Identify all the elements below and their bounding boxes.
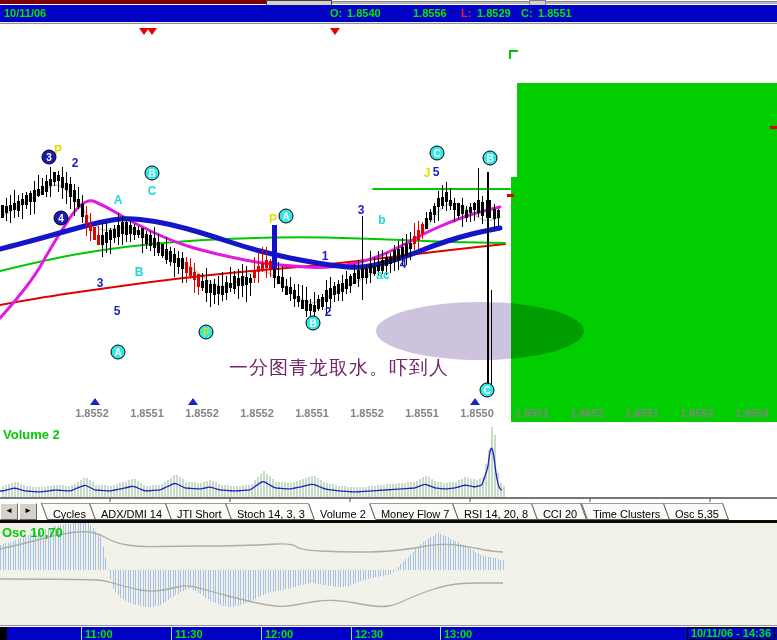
price-axis-label: 1.8552 — [75, 407, 109, 419]
price-axis-label: 1.8551 — [130, 407, 164, 419]
chart-annotation-letter: 4 — [400, 257, 407, 271]
chart-annotation-letter: P — [269, 212, 277, 226]
price-axis-label: 1.8552 — [240, 407, 274, 419]
red-tick-mark — [770, 126, 777, 129]
tab-label: ADX/DMI 14 — [101, 507, 162, 521]
volume-bars — [2, 427, 505, 497]
chart-annotation-letter: 2 — [72, 156, 79, 170]
close-value: 1.8551 — [538, 7, 572, 19]
price-axis-label: 1.8552 — [680, 407, 714, 419]
time-axis-label: 11:00 — [85, 628, 113, 640]
price-axis-label: 1.8551 — [405, 407, 439, 419]
time-axis-label: 12:30 — [355, 628, 383, 640]
magenta-ma — [0, 201, 500, 318]
marker-circle-letter: C — [483, 385, 490, 396]
indicator-tabs: CyclesADX/DMI 14JTI ShortStoch 14, 3, 3V… — [44, 503, 725, 520]
tab-label: RSI 14, 20, 8 — [464, 507, 528, 521]
green-ma — [0, 237, 505, 271]
chart-annotation-letter: 5 — [114, 304, 121, 318]
buy-signal-triangle-icon — [470, 398, 480, 405]
tab-cycles[interactable]: Cycles — [41, 503, 96, 520]
tab-label: Volume 2 — [320, 507, 366, 521]
price-axis-label: 1.8552 — [350, 407, 384, 419]
tab-adx-dmi-14[interactable]: ADX/DMI 14 — [89, 503, 172, 520]
indicator-tab-bar: ◄ ► CyclesADX/DMI 14JTI ShortStoch 14, 3… — [0, 503, 777, 520]
chart-annotation-letter: J — [424, 166, 431, 180]
time-axis-label: 11:30 — [175, 628, 203, 640]
chart-annotation-letter: 3 — [358, 203, 365, 217]
tab-label: Money Flow 7 — [380, 507, 448, 521]
high-value: 1.8556 — [413, 7, 447, 19]
candles-group — [1, 167, 500, 324]
time-axis-bar: 10/11/06 - 14:36 11:0011:3012:0012:3013:… — [0, 627, 777, 640]
sell-signal-triangle-icon — [147, 28, 157, 35]
price-axis-label: 1.8550 — [460, 407, 494, 419]
main-price-chart[interactable]: P235BCAP13bac42J534BPAABCBC1.85521.85511… — [0, 40, 777, 422]
chart-annotation-letter: 3 — [97, 276, 104, 290]
price-axis-label: 1.8551 — [625, 407, 659, 419]
chart-annotation-letter: 2 — [325, 305, 332, 319]
price-axis-label: 1.8552 — [185, 407, 219, 419]
quote-header-bar: 10/11/06 O: 1.8540 1.8556 L: 1.8529 C: 1… — [0, 5, 777, 23]
chart-annotation-letter: 1 — [322, 249, 329, 263]
oscillator-panel-chart[interactable] — [0, 523, 777, 625]
marker-circle-letter: B — [309, 318, 316, 329]
time-axis-tick — [81, 627, 82, 640]
chart-annotation-letter: B — [135, 265, 144, 279]
maroon-edge-line — [0, 0, 268, 4]
price-axis-label: 1.8551 — [515, 407, 549, 419]
price-axis-label: 1.8551 — [295, 407, 329, 419]
close-label: C: — [521, 7, 533, 19]
time-axis-tick — [261, 627, 262, 640]
low-value: 1.8529 — [477, 7, 511, 19]
time-axis-label: 12:00 — [265, 628, 293, 640]
trading-app-window: 10/11/06 O: 1.8540 1.8556 L: 1.8529 C: 1… — [0, 0, 777, 640]
time-axis-tick — [440, 627, 441, 640]
marker-circle-letter: B — [148, 168, 155, 179]
header-groove — [0, 23, 777, 27]
time-axis-label: 13:00 — [444, 628, 472, 640]
marker-circle-letter: B — [486, 153, 493, 164]
osc-bottom-line — [0, 625, 777, 626]
red-tick-mark — [507, 194, 514, 197]
tab-jti-short[interactable]: JTI Short — [165, 503, 232, 520]
time-axis-tick — [171, 627, 172, 640]
buy-signal-triangle-icon — [188, 398, 198, 405]
tab-volume-2[interactable]: Volume 2 — [308, 503, 376, 520]
green-corner-bracket — [510, 51, 518, 59]
chart-annotation-letter: b — [378, 213, 385, 227]
gray-edge-line — [330, 1, 777, 4]
buy-signal-triangle-icon — [90, 398, 100, 405]
chart-annotation-letter: C — [148, 184, 157, 198]
tab-label: JTI Short — [177, 507, 222, 521]
highlight-ellipse — [376, 302, 584, 360]
tab-time-clusters[interactable]: Time Clusters — [580, 503, 670, 520]
tab-osc-5-35[interactable]: Osc 5,35 — [663, 503, 729, 520]
volume-panel-chart[interactable] — [0, 423, 777, 503]
tab-rsi-14-20-8[interactable]: RSI 14, 20, 8 — [452, 503, 538, 520]
marker-circle-letter: 3 — [46, 152, 52, 163]
osc-panel-label: Osc 10,70 — [2, 525, 63, 540]
tab-cci-20[interactable]: CCI 20 — [531, 503, 587, 520]
chart-annotation-letter: ac — [376, 268, 390, 282]
tab-money-flow-7[interactable]: Money Flow 7 — [368, 503, 459, 520]
osc-envelope-lower — [0, 579, 503, 607]
tab-label: Cycles — [53, 507, 86, 521]
current-datetime-box: 10/11/06 - 14:36 — [687, 627, 775, 640]
marker-circle-letter: 4 — [58, 213, 64, 224]
low-label: L: — [461, 7, 471, 19]
tab-scroll-right-button[interactable]: ► — [19, 503, 37, 520]
chart-letter-annotations: P235BCAP13bac42J5 — [54, 143, 440, 319]
tab-scroll-left-button[interactable]: ◄ — [0, 503, 18, 520]
open-value: 1.8540 — [347, 7, 381, 19]
tab-stoch-14-3-3[interactable]: Stoch 14, 3, 3 — [225, 503, 315, 520]
tab-label: Osc 5,35 — [675, 507, 719, 521]
tab-label: Stoch 14, 3, 3 — [237, 507, 305, 521]
osc-histogram — [0, 523, 504, 607]
price-axis-label: 1.8552 — [570, 407, 604, 419]
open-label: O: — [330, 7, 342, 19]
header-date: 10/11/06 — [4, 7, 46, 19]
volume-panel-label: Volume 2 — [3, 427, 60, 442]
chart-annotation-letter: 5 — [433, 165, 440, 179]
time-axis-tick — [351, 627, 352, 640]
